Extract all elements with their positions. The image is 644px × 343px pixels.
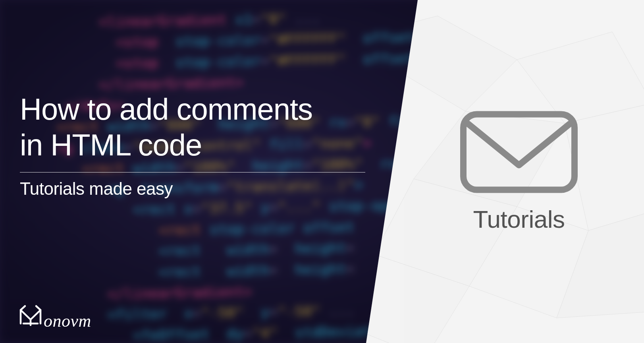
headline-block: How to add comments in HTML code Tutoria… bbox=[20, 91, 385, 199]
tutorial-banner: <linearGradient x1="0" ... <stop stop-co… bbox=[0, 0, 644, 343]
brand-name: onovm bbox=[44, 311, 91, 331]
page-title: How to add comments in HTML code bbox=[20, 91, 385, 163]
category-block: Tutorials bbox=[459, 110, 578, 233]
title-divider bbox=[20, 172, 365, 172]
brand-logo-block: onovm bbox=[19, 304, 91, 331]
title-line-1: How to add comments bbox=[20, 92, 312, 126]
title-line-2: in HTML code bbox=[20, 128, 202, 162]
page-subtitle: Tutorials made easy bbox=[20, 179, 385, 199]
monovm-m-logo-icon bbox=[19, 304, 42, 327]
envelope-icon bbox=[459, 110, 578, 194]
svg-rect-0 bbox=[463, 114, 575, 190]
category-label: Tutorials bbox=[473, 205, 565, 233]
